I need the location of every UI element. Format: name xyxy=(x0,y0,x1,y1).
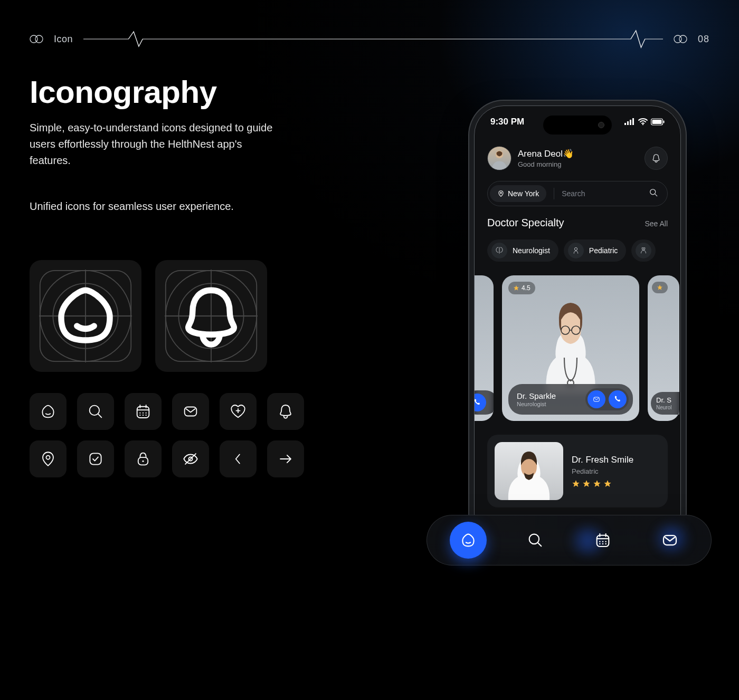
wifi-icon xyxy=(638,118,648,126)
chip-pediatric[interactable]: Pediatric xyxy=(564,239,626,262)
heartbeat-divider xyxy=(83,28,663,50)
greeting: Good morning xyxy=(518,160,638,168)
notifications-button[interactable] xyxy=(645,147,668,170)
doctor-specialty: Neurologist xyxy=(517,401,585,407)
svg-rect-42 xyxy=(652,120,662,124)
svg-rect-53 xyxy=(594,397,600,401)
svg-rect-56 xyxy=(596,535,609,546)
doctor-card[interactable]: 4.5 Dr. Sparkle Neurologist xyxy=(502,275,639,421)
icon-showcase-bell xyxy=(155,260,267,372)
svg-rect-30 xyxy=(90,453,101,464)
rings-icon xyxy=(30,34,43,44)
pin-icon xyxy=(30,440,67,477)
call-button[interactable] xyxy=(609,390,627,408)
battery-icon xyxy=(651,118,665,126)
search-bar[interactable]: New York Search xyxy=(487,181,668,206)
rings-icon xyxy=(674,34,687,44)
nav-mail[interactable] xyxy=(651,522,688,559)
doctor-card-prev[interactable] xyxy=(474,275,494,421)
signal-icon xyxy=(624,118,635,126)
svg-rect-26 xyxy=(185,407,197,416)
chip-label: Pediatric xyxy=(589,246,618,255)
chip-neurologist[interactable]: Neurologist xyxy=(487,239,558,262)
avatar[interactable] xyxy=(487,146,511,170)
rating-stars xyxy=(572,480,633,488)
arrow-right-icon xyxy=(267,440,304,477)
location-text: New York xyxy=(508,189,539,198)
specialty-chips: Neurologist Pediatric xyxy=(487,239,668,262)
brain-icon xyxy=(491,243,507,258)
star-icon xyxy=(513,285,519,291)
nav-calendar[interactable] xyxy=(584,522,621,559)
status-time: 9:30 PM xyxy=(490,117,524,127)
calendar-icon xyxy=(125,393,162,430)
svg-point-20 xyxy=(139,413,140,414)
bottom-nav xyxy=(427,515,712,565)
svg-point-45 xyxy=(500,192,502,194)
search-icon xyxy=(77,393,114,430)
user-name: Arena Deol👋 xyxy=(518,148,638,159)
svg-rect-37 xyxy=(627,121,629,125)
svg-line-15 xyxy=(98,414,101,417)
svg-point-23 xyxy=(139,415,140,416)
svg-point-61 xyxy=(602,541,603,543)
svg-point-63 xyxy=(599,543,601,545)
page-header-label: Icon xyxy=(54,34,73,45)
svg-point-62 xyxy=(605,541,607,543)
rating-badge xyxy=(652,282,668,293)
svg-rect-38 xyxy=(630,120,631,125)
chip-label: Neurologist xyxy=(513,246,550,255)
page-description: Simple, easy-to-understand icons designe… xyxy=(30,120,283,169)
svg-point-60 xyxy=(599,541,601,543)
mail-icon xyxy=(172,393,209,430)
icon-showcase-home xyxy=(30,260,141,372)
svg-rect-39 xyxy=(632,118,634,125)
check-square-icon xyxy=(77,440,114,477)
search-input[interactable]: Search xyxy=(562,189,648,198)
home-icon xyxy=(30,393,67,430)
svg-point-25 xyxy=(146,415,147,416)
pin-icon xyxy=(497,190,505,197)
nav-home[interactable] xyxy=(450,522,487,559)
location-pill[interactable]: New York xyxy=(490,185,546,202)
doctor-name: Dr. S xyxy=(656,396,671,404)
chip-more[interactable] xyxy=(631,239,656,262)
doctor-list-item[interactable]: Dr. Fresh Smile Pediatric xyxy=(487,435,668,507)
see-all-link[interactable]: See All xyxy=(645,219,668,228)
chevron-left-icon xyxy=(220,440,257,477)
svg-rect-16 xyxy=(137,407,149,418)
lock-icon xyxy=(125,440,162,477)
page-number: 08 xyxy=(698,34,709,45)
svg-line-47 xyxy=(655,194,657,196)
icon-grid xyxy=(30,393,325,477)
svg-point-22 xyxy=(146,413,147,414)
svg-point-65 xyxy=(605,543,607,545)
svg-point-32 xyxy=(142,461,144,462)
svg-rect-36 xyxy=(624,123,626,125)
svg-point-46 xyxy=(650,189,656,195)
nav-search[interactable] xyxy=(517,522,554,559)
nurse-icon xyxy=(636,243,651,258)
doctor-specialty: Neurol xyxy=(656,405,671,410)
phone-mock: 9:30 PM Arena Deol👋 Good morning New Yor… xyxy=(474,106,681,543)
page-subdescription: Unified icons for seamless user experien… xyxy=(30,200,325,213)
svg-point-40 xyxy=(642,124,643,125)
call-button[interactable] xyxy=(474,394,486,411)
svg-line-55 xyxy=(538,543,541,546)
doctor-name: Dr. Sparkle xyxy=(517,391,585,400)
message-button[interactable] xyxy=(588,390,605,408)
eye-off-icon xyxy=(172,440,209,477)
bell-icon xyxy=(267,393,304,430)
svg-rect-66 xyxy=(664,535,676,545)
svg-rect-43 xyxy=(664,121,665,123)
doctor-card-next[interactable]: Dr. S Neurol xyxy=(648,275,679,421)
svg-point-21 xyxy=(143,413,144,414)
svg-point-29 xyxy=(46,456,50,459)
svg-point-48 xyxy=(574,247,577,250)
search-icon[interactable] xyxy=(648,187,659,200)
doctor-name: Dr. Fresh Smile xyxy=(572,455,633,465)
doctor-photo xyxy=(523,283,618,394)
doctor-photo xyxy=(495,442,563,500)
heart-plus-icon xyxy=(220,393,257,430)
svg-point-24 xyxy=(143,415,144,416)
